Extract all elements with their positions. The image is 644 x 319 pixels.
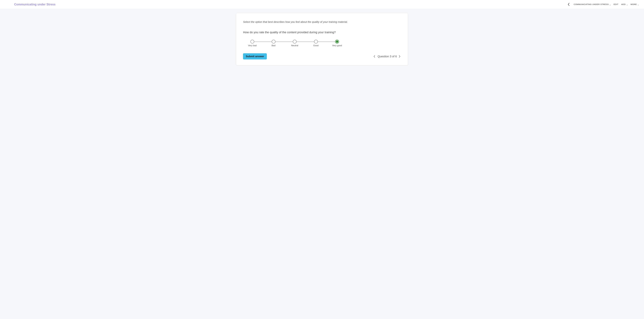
content-area: Select the option that best describes ho… [0,9,644,319]
header: Communicating under Stress COMMUNICATING… [0,0,644,9]
svg-marker-2 [638,5,639,6]
likert-label: Neutral [291,44,298,47]
add-label: ADD [621,3,626,6]
pager-text: Question 3 of 6 [378,55,397,58]
breadcrumb-dropdown[interactable]: COMMUNICATING UNDER STRESS [574,3,611,6]
likert-options: Very bad Bad Neutral Good Very good [248,40,342,47]
likert-label: Very bad [248,44,256,47]
chevron-left-icon [568,2,570,6]
likert-option-neutral[interactable]: Neutral [290,40,299,47]
edit-button[interactable]: EDIT [614,3,618,6]
likert-option-very-bad[interactable]: Very bad [248,40,257,47]
radio-circle-selected [335,40,339,44]
chevron-right-icon [399,55,400,58]
likert-label: Good [313,44,319,47]
breadcrumb-label: COMMUNICATING UNDER STRESS [574,3,609,6]
survey-card: Select the option that best describes ho… [236,13,408,65]
next-question-button[interactable] [399,55,401,58]
likert-option-good[interactable]: Good [311,40,320,47]
svg-marker-0 [610,5,611,6]
likert-option-very-good[interactable]: Very good [332,40,342,47]
chevron-left-icon [374,55,375,58]
add-dropdown[interactable]: ADD [621,3,628,6]
back-button[interactable] [567,2,571,6]
prev-question-button[interactable] [374,55,376,58]
more-label: MORE [630,3,637,6]
more-dropdown[interactable]: MORE [630,3,639,6]
chevron-down-icon [626,4,628,5]
question-text: How do you rate the quality of the conte… [243,31,401,34]
chevron-down-icon [638,4,639,5]
likert-scale: Very bad Bad Neutral Good Very good [248,40,342,47]
submit-button[interactable]: Submit answer [243,53,267,60]
radio-circle [250,40,254,44]
chevron-down-icon [610,4,611,5]
radio-circle [272,40,276,44]
page-title: Communicating under Stress [14,3,56,6]
likert-label: Bad [272,44,275,47]
question-pager: Question 3 of 6 [374,55,401,58]
likert-label: Very good [332,44,342,47]
svg-marker-1 [626,5,628,6]
radio-circle [293,40,297,44]
radio-circle [314,40,318,44]
nav-actions: COMMUNICATING UNDER STRESS EDIT ADD MORE [567,2,639,6]
likert-option-bad[interactable]: Bad [269,40,278,47]
edit-label: EDIT [614,3,618,6]
instruction-text: Select the option that best describes ho… [243,20,401,24]
card-footer: Submit answer Question 3 of 6 [243,53,401,60]
